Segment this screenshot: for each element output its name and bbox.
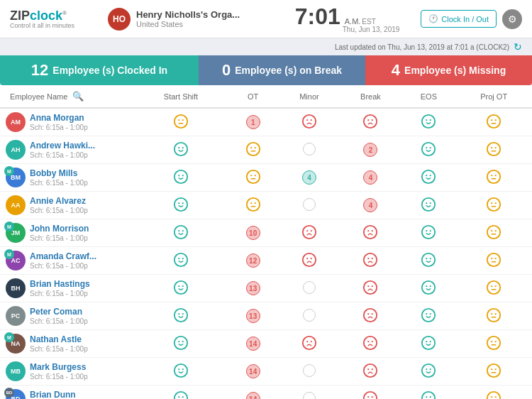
logo-registered: ® <box>62 10 67 16</box>
svg-point-26 <box>430 147 431 148</box>
employee-schedule: Sch: 6:15a - 1:00p <box>30 317 88 325</box>
col-eos: EOS <box>401 85 455 108</box>
svg-point-130 <box>491 341 492 342</box>
svg-point-11 <box>426 119 428 121</box>
svg-point-140 <box>426 368 428 370</box>
svg-point-111 <box>426 313 428 315</box>
svg-point-79 <box>306 258 308 259</box>
svg-point-100 <box>487 280 500 293</box>
svg-point-153 <box>426 396 428 398</box>
settings-button[interactable]: ⚙ <box>502 9 522 29</box>
search-icon[interactable]: 🔍 <box>72 91 84 102</box>
employee-name[interactable]: Amanda Crawf... <box>30 251 96 261</box>
col-start-shift: Start Shift <box>135 85 227 108</box>
svg-point-133 <box>174 364 187 376</box>
svg-point-75 <box>174 253 187 266</box>
minor-cell: 4 <box>279 164 339 192</box>
avatar: AA <box>6 195 26 215</box>
table-row: AC M Amanda Crawf... Sch: 6:15a - 1:00p … <box>0 247 532 275</box>
employee-cell: AC M Amanda Crawf... Sch: 6:15a - 1:00p <box>0 247 135 275</box>
svg-point-112 <box>430 313 431 315</box>
svg-point-131 <box>495 341 497 342</box>
svg-point-52 <box>422 197 435 210</box>
svg-point-69 <box>426 230 428 231</box>
employee-name[interactable]: Annie Alvarez <box>30 196 88 206</box>
svg-point-150 <box>368 396 370 398</box>
svg-point-5 <box>306 119 308 121</box>
proj-ot-cell <box>455 192 532 219</box>
break-cell <box>340 358 402 386</box>
employee-cell: AM Anna Morgan Sch: 6:15a - 1:00p <box>0 108 135 136</box>
avatar-wrap: PC <box>6 306 26 326</box>
minor-cell <box>279 330 339 358</box>
ot-cell <box>227 136 279 164</box>
employee-schedule: Sch: 6:15a - 1:00p <box>30 124 88 131</box>
svg-point-43 <box>495 175 497 176</box>
employee-schedule: Sch: 6:15a - 1:00p <box>30 262 96 270</box>
svg-point-93 <box>182 285 184 287</box>
employee-cell: AH Andrew Hawki... Sch: 6:15a - 1:00p <box>0 136 135 164</box>
svg-point-121 <box>306 341 308 342</box>
refresh-icon[interactable]: ↻ <box>514 41 522 53</box>
svg-point-76 <box>178 258 179 259</box>
svg-point-48 <box>247 197 260 210</box>
eos-cell <box>401 247 455 275</box>
svg-point-126 <box>422 336 435 349</box>
stat-missing: 4 Employee (s) Missing <box>365 55 532 85</box>
avatar-wrap: BH <box>6 278 26 298</box>
employee-name[interactable]: Andrew Hawki... <box>30 141 95 151</box>
minor-cell <box>279 358 339 386</box>
employee-name[interactable]: Nathan Astle <box>30 334 88 344</box>
svg-point-143 <box>491 368 492 370</box>
svg-point-146 <box>174 391 187 399</box>
break-cell <box>340 330 402 358</box>
proj-ot-cell <box>455 164 532 192</box>
svg-point-118 <box>178 341 179 342</box>
svg-point-155 <box>487 391 500 399</box>
svg-point-101 <box>491 285 492 287</box>
svg-point-122 <box>311 341 312 342</box>
svg-point-137 <box>368 368 370 370</box>
svg-point-104 <box>174 308 187 321</box>
employee-name[interactable]: Brian Hastings <box>30 279 90 289</box>
table-row: PC Peter Coman Sch: 6:15a - 1:00p 13 <box>0 302 532 330</box>
eos-cell <box>401 192 455 219</box>
clock-in-button[interactable]: 🕐 Clock In / Out <box>421 10 497 28</box>
employee-name[interactable]: Anna Morgan <box>30 113 88 123</box>
employee-schedule: Sch: 6:15a - 1:00p <box>30 345 88 353</box>
start-shift-cell <box>135 358 227 386</box>
svg-point-89 <box>495 258 497 259</box>
org-area: HO Henry Nicholls's Orga... United State… <box>108 8 274 31</box>
col-ot: OT <box>227 85 279 108</box>
employee-name[interactable]: Peter Coman <box>30 307 88 317</box>
col-break: Break <box>340 85 402 108</box>
avatar: AH <box>6 140 26 160</box>
employee-info: Anna Morgan Sch: 6:15a - 1:00p <box>30 113 88 131</box>
time-display: 7:01 A.M. EST Thu, Jun 13, 2019 <box>295 5 400 33</box>
logo-tagline: Control it all in minutes <box>10 22 102 29</box>
svg-point-102 <box>495 285 497 287</box>
svg-point-72 <box>491 230 492 231</box>
employee-name[interactable]: Mark Burgess <box>30 362 88 372</box>
svg-point-97 <box>422 280 435 293</box>
svg-point-139 <box>422 364 435 376</box>
svg-point-128 <box>430 341 431 342</box>
employee-name[interactable]: John Morrison <box>30 224 89 234</box>
eos-cell <box>401 386 455 400</box>
start-shift-cell <box>135 330 227 358</box>
employee-cell: PC Peter Coman Sch: 6:15a - 1:00p <box>0 302 135 330</box>
svg-point-7 <box>364 114 377 127</box>
svg-point-120 <box>303 336 316 349</box>
clock-in-label: Clock In / Out <box>441 15 489 23</box>
eos-cell <box>401 358 455 386</box>
start-shift-cell <box>135 275 227 302</box>
employee-name[interactable]: Bobby Mills <box>30 168 88 178</box>
svg-point-61 <box>182 230 184 231</box>
svg-point-13 <box>487 114 500 127</box>
ot-cell: 13 <box>227 302 279 330</box>
svg-point-125 <box>372 341 373 342</box>
employee-name[interactable]: Brian Dunn <box>30 390 88 399</box>
svg-point-35 <box>250 175 252 176</box>
svg-point-32 <box>178 175 179 176</box>
start-shift-cell <box>135 136 227 164</box>
